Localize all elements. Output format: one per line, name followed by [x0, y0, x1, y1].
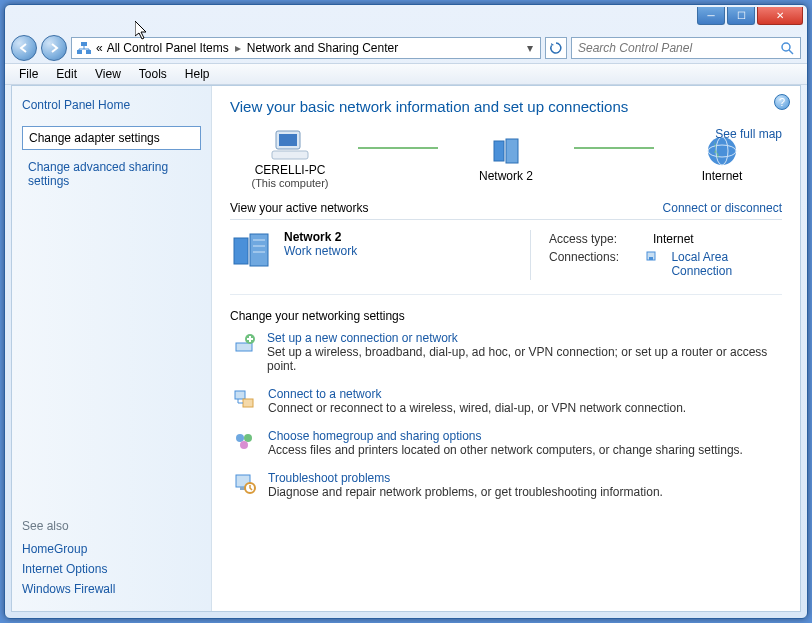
content-area: Control Panel Home Change adapter settin…	[11, 85, 801, 612]
map-node-computer-label: CERELLI-PC	[255, 163, 326, 177]
active-network-type[interactable]: Work network	[284, 244, 357, 258]
connection-link[interactable]: Local Area Connection	[671, 250, 782, 278]
breadcrumb-item-1[interactable]: All Control Panel Items	[107, 41, 229, 55]
breadcrumb-bar[interactable]: « All Control Panel Items ▸ Network and …	[71, 37, 541, 59]
active-network-name: Network 2	[284, 230, 357, 244]
svg-rect-13	[234, 238, 248, 264]
menu-bar: File Edit View Tools Help	[5, 63, 807, 85]
setting-homegroup-title[interactable]: Choose homegroup and sharing options	[268, 429, 481, 443]
svg-rect-8	[494, 141, 504, 161]
homegroup-icon	[230, 429, 258, 457]
setting-troubleshoot-title[interactable]: Troubleshoot problems	[268, 471, 390, 485]
map-node-computer: CERELLI-PC (This computer)	[230, 127, 350, 189]
page-title: View your basic network information and …	[230, 98, 782, 115]
svg-rect-19	[649, 257, 653, 260]
map-node-network: Network 2	[446, 133, 566, 183]
close-button[interactable]: ✕	[757, 7, 803, 25]
setting-connect-network: Connect to a network Connect or reconnec…	[230, 387, 782, 415]
see-full-map-link[interactable]: See full map	[715, 127, 782, 141]
network-large-icon	[230, 230, 274, 280]
active-networks-header: View your active networks Connect or dis…	[230, 197, 782, 220]
menu-tools[interactable]: Tools	[131, 65, 175, 83]
svg-point-26	[240, 441, 248, 449]
setting-troubleshoot-desc: Diagnose and repair network problems, or…	[268, 485, 663, 499]
sidebar: Control Panel Home Change adapter settin…	[12, 86, 212, 611]
svg-rect-2	[81, 42, 87, 46]
menu-view[interactable]: View	[87, 65, 129, 83]
forward-button[interactable]	[41, 35, 67, 61]
troubleshoot-icon	[230, 471, 258, 499]
search-input[interactable]: Search Control Panel	[571, 37, 801, 59]
menu-edit[interactable]: Edit	[48, 65, 85, 83]
help-icon[interactable]: ?	[774, 94, 790, 110]
map-node-internet-label: Internet	[702, 169, 743, 183]
access-type-value: Internet	[653, 232, 694, 246]
network-hub-icon	[488, 133, 524, 169]
setting-connect-network-title[interactable]: Connect to a network	[268, 387, 381, 401]
address-bar: « All Control Panel Items ▸ Network and …	[5, 33, 807, 63]
change-settings-header: Change your networking settings	[230, 309, 782, 323]
control-panel-home-link[interactable]: Control Panel Home	[22, 98, 201, 112]
minimize-button[interactable]: ─	[697, 7, 725, 25]
search-icon	[780, 41, 794, 55]
connect-disconnect-link[interactable]: Connect or disconnect	[663, 201, 782, 215]
svg-rect-0	[77, 50, 82, 54]
network-icon	[76, 40, 92, 56]
maximize-button[interactable]: ☐	[727, 7, 755, 25]
svg-rect-23	[243, 399, 253, 407]
search-placeholder: Search Control Panel	[578, 41, 692, 55]
map-node-network-label: Network 2	[479, 169, 533, 183]
menu-file[interactable]: File	[11, 65, 46, 83]
setup-connection-icon	[230, 331, 257, 373]
network-map: See full map CERELLI-PC (This computer) …	[230, 127, 782, 189]
svg-rect-9	[506, 139, 518, 163]
computer-icon	[270, 127, 310, 163]
seealso-windows-firewall[interactable]: Windows Firewall	[22, 579, 201, 599]
menu-help[interactable]: Help	[177, 65, 218, 83]
setting-homegroup: Choose homegroup and sharing options Acc…	[230, 429, 782, 457]
svg-rect-7	[272, 151, 308, 159]
seealso-homegroup[interactable]: HomeGroup	[22, 539, 201, 559]
svg-point-10	[708, 137, 736, 165]
svg-point-3	[782, 43, 790, 51]
svg-rect-1	[86, 50, 91, 54]
seealso-internet-options[interactable]: Internet Options	[22, 559, 201, 579]
refresh-button[interactable]	[545, 37, 567, 59]
map-node-computer-sublabel: (This computer)	[251, 177, 328, 189]
breadcrumb-sep-1: ▸	[233, 41, 243, 55]
svg-point-25	[244, 434, 252, 442]
window-frame: ─ ☐ ✕ « All Control Panel Items ▸ Networ…	[4, 4, 808, 619]
svg-rect-20	[236, 343, 252, 351]
map-connector-2	[574, 147, 654, 149]
svg-point-24	[236, 434, 244, 442]
active-networks-title: View your active networks	[230, 201, 369, 215]
setting-setup-connection-desc: Set up a wireless, broadband, dial-up, a…	[267, 345, 782, 373]
nic-icon	[645, 250, 657, 278]
main-panel: ? View your basic network information an…	[212, 86, 800, 611]
breadcrumb-item-2[interactable]: Network and Sharing Center	[247, 41, 398, 55]
setting-homegroup-desc: Access files and printers located on oth…	[268, 443, 743, 457]
svg-rect-14	[250, 234, 268, 266]
svg-line-4	[789, 50, 793, 54]
map-connector-1	[358, 147, 438, 149]
setting-connect-network-desc: Connect or reconnect to a wireless, wire…	[268, 401, 686, 415]
setting-setup-connection-title[interactable]: Set up a new connection or network	[267, 331, 458, 345]
change-adapter-settings-link[interactable]: Change adapter settings	[22, 126, 201, 150]
setting-setup-connection: Set up a new connection or network Set u…	[230, 331, 782, 373]
connections-label: Connections:	[549, 250, 631, 278]
active-network-block: Network 2 Work network Access type: Inte…	[230, 220, 782, 295]
svg-rect-6	[279, 134, 297, 146]
titlebar: ─ ☐ ✕	[5, 5, 807, 33]
address-dropdown[interactable]: ▾	[524, 41, 536, 55]
setting-troubleshoot: Troubleshoot problems Diagnose and repai…	[230, 471, 782, 499]
svg-rect-22	[235, 391, 245, 399]
connect-network-icon	[230, 387, 258, 415]
back-button[interactable]	[11, 35, 37, 61]
see-also-header: See also	[22, 519, 201, 533]
access-type-label: Access type:	[549, 232, 639, 246]
breadcrumb-prefix: «	[96, 41, 103, 55]
change-advanced-sharing-link[interactable]: Change advanced sharing settings	[22, 156, 201, 192]
